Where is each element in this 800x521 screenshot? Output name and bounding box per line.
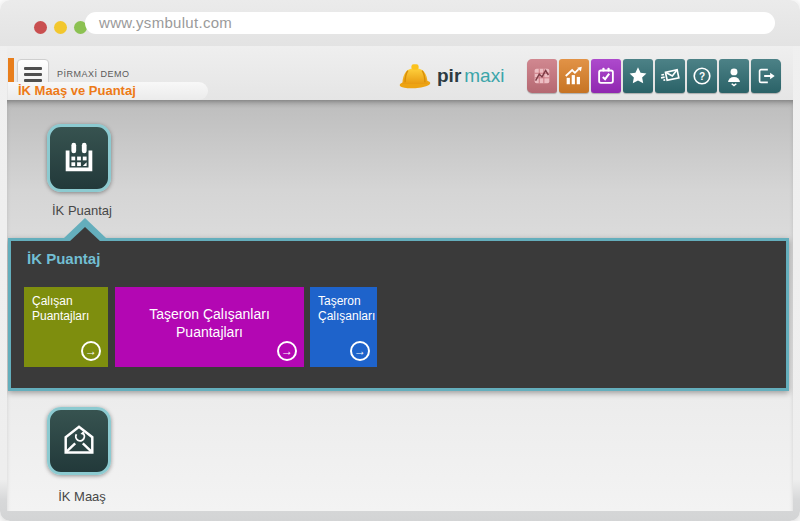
page-title-strip: İK Maaş ve Puantaj (8, 82, 208, 100)
calendar-button[interactable] (591, 59, 621, 93)
close-window-icon[interactable] (34, 21, 47, 34)
envelope-icon (59, 422, 99, 460)
tile-taseron-calisanlari[interactable]: Taşeron Çalışanları → (310, 287, 377, 367)
hard-hat-icon (397, 60, 433, 92)
desktop: İK Puantaj İK Puantaj Çalışan Puantajlar… (7, 100, 793, 511)
app-tile-ik-puantaj[interactable] (47, 124, 111, 192)
reports-button[interactable] (527, 59, 557, 93)
help-icon: ? (691, 65, 713, 87)
statistics-button[interactable] (559, 59, 589, 93)
app-label-ik-puantaj: İK Puantaj (17, 203, 147, 218)
panel-pointer-fill (69, 227, 101, 242)
browser-window: www.ysmbulut.com PİRMAXİ DEMO İK Maaş ve… (0, 0, 800, 521)
calendar-check-icon (595, 65, 617, 87)
minimize-window-icon[interactable] (54, 21, 67, 34)
logout-icon (755, 65, 777, 87)
help-button[interactable]: ? (687, 59, 717, 93)
star-icon (627, 65, 649, 87)
account-label: PİRMAXİ DEMO (57, 69, 130, 79)
window-controls (34, 21, 87, 34)
page-title: İK Maaş ve Puantaj (8, 82, 208, 100)
toolbar: ? (527, 59, 781, 93)
logo-text-primary: pir (437, 65, 461, 86)
user-icon (723, 65, 745, 87)
browser-chrome: www.ysmbulut.com (0, 0, 800, 46)
send-message-button[interactable] (655, 59, 685, 93)
calendar-icon (60, 139, 98, 177)
tile-taseron-calisanlari-puantajlari[interactable]: Taşeron Çalışanları Puantajları → (115, 287, 304, 367)
send-message-icon (659, 65, 681, 87)
arrow-right-icon[interactable]: → (350, 341, 370, 361)
app-tile-ik-maas[interactable] (47, 407, 111, 475)
panel-title: İK Puantaj (27, 250, 100, 267)
logo-text-secondary: maxi (464, 65, 504, 86)
spreadsheet-chart-icon (531, 65, 553, 87)
user-menu-button[interactable] (719, 59, 749, 93)
arrow-right-icon[interactable]: → (277, 341, 297, 361)
logout-button[interactable] (751, 59, 781, 93)
tile-calisan-puantajlari[interactable]: Çalışan Puantajları → (24, 287, 108, 367)
logo[interactable]: pirmaxi (397, 59, 504, 93)
app-viewport: PİRMAXİ DEMO İK Maaş ve Puantaj (7, 46, 793, 511)
arrow-right-icon[interactable]: → (81, 341, 101, 361)
ik-puantaj-panel: İK Puantaj Çalışan Puantajları → Taşeron… (8, 238, 789, 391)
app-label-ik-maas: İK Maaş (17, 489, 147, 504)
trending-chart-icon (563, 65, 585, 87)
app-header: PİRMAXİ DEMO İK Maaş ve Puantaj (7, 46, 793, 100)
address-bar[interactable]: www.ysmbulut.com (85, 12, 775, 34)
svg-text:?: ? (699, 71, 705, 82)
favorites-button[interactable] (623, 59, 653, 93)
